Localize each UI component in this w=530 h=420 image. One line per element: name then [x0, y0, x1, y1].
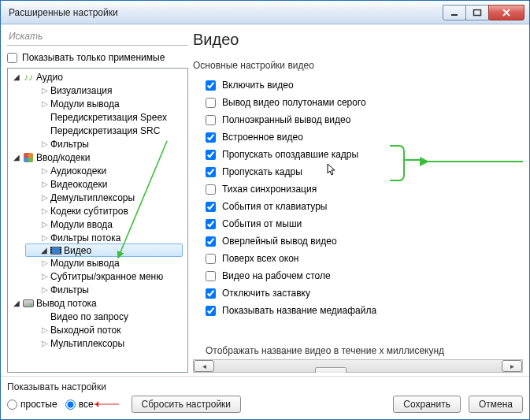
option-row[interactable]: Включить видео: [193, 76, 523, 94]
option-checkbox[interactable]: [206, 202, 216, 212]
show-only-applicable-check[interactable]: [7, 53, 17, 63]
tree-item[interactable]: ▷Модули вывода: [8, 97, 187, 110]
option-checkbox[interactable]: [206, 150, 216, 160]
show-settings-label: Показывать настройки: [7, 381, 241, 392]
tree-item-label: Вывод потока: [36, 298, 97, 309]
expand-icon[interactable]: ▷: [39, 233, 50, 242]
tree-item[interactable]: ▷Фильтры потока: [8, 231, 187, 244]
option-checkbox[interactable]: [206, 132, 216, 143]
option-checkbox[interactable]: [206, 98, 216, 108]
radio-simple[interactable]: простые: [7, 399, 57, 410]
collapse-icon[interactable]: ◢: [11, 153, 22, 162]
tree-item[interactable]: ◢♪♪Аудио: [8, 70, 187, 84]
option-row[interactable]: Пропускать опоздавшие кадры: [193, 146, 523, 163]
tree-item[interactable]: ▷Кодеки субтитров: [8, 204, 187, 217]
option-row[interactable]: Пропускать кадры: [193, 163, 523, 180]
option-checkbox[interactable]: [206, 306, 216, 316]
expand-icon[interactable]: ▷: [39, 258, 50, 267]
option-row[interactable]: Вывод видео полутонами серого: [193, 94, 523, 111]
radio-all-label: все: [79, 399, 94, 410]
option-row[interactable]: Тихая синхронизация: [193, 180, 523, 198]
tree-item[interactable]: ◢Вывод потока: [8, 296, 187, 310]
collapse-icon[interactable]: ◢: [11, 72, 22, 81]
minimize-button[interactable]: [443, 5, 466, 20]
expand-icon[interactable]: ▷: [39, 206, 50, 215]
option-label: События от клавиатуры: [222, 201, 327, 212]
tree-item[interactable]: ◢Видео: [25, 243, 183, 257]
close-button[interactable]: [488, 5, 524, 20]
expand-icon[interactable]: ▷: [39, 180, 50, 188]
expand-icon[interactable]: ▷: [39, 166, 50, 175]
expand-icon[interactable]: ▷: [39, 139, 50, 148]
scroll-thumb[interactable]: [315, 367, 347, 374]
tree-item[interactable]: ▷Фильтры: [8, 137, 187, 151]
option-row[interactable]: Встроенное видео: [193, 128, 523, 146]
expand-icon[interactable]: ▷: [39, 193, 50, 202]
expand-icon[interactable]: ▷: [39, 220, 50, 229]
expand-icon[interactable]: ▷: [39, 339, 50, 348]
save-button[interactable]: Сохранить: [393, 396, 461, 413]
radio-simple-input[interactable]: [7, 400, 17, 410]
tree-item[interactable]: ▷Субтитры/экранное меню: [8, 269, 187, 283]
option-checkbox[interactable]: [206, 288, 216, 299]
option-checkbox[interactable]: [206, 236, 216, 247]
right-pane: Видео Основные настройки видео Включить …: [193, 31, 523, 373]
option-row[interactable]: События от клавиатуры: [193, 198, 523, 215]
show-settings-group: Показывать настройки простые все Сбросит…: [7, 381, 241, 413]
tree-item[interactable]: Передискретизация Speex: [8, 110, 187, 124]
reset-button[interactable]: Сбросить настройки: [132, 396, 241, 413]
tree-item[interactable]: ▷Модули вывода: [8, 256, 187, 269]
maximize-button[interactable]: [465, 5, 489, 20]
tree-item[interactable]: Видео по запросу: [8, 310, 187, 323]
category-tree[interactable]: ◢♪♪Аудио▷Визуализация▷Модули выводаПеред…: [7, 68, 188, 373]
option-checkbox[interactable]: [206, 219, 216, 229]
option-row[interactable]: Отключить заставку: [193, 284, 523, 302]
option-checkbox[interactable]: [206, 80, 216, 91]
tree-item[interactable]: ▷Фильтры: [8, 283, 187, 296]
option-row[interactable]: Поверх всех окон: [193, 250, 523, 267]
option-checkbox[interactable]: [206, 167, 216, 177]
codec-icon: [22, 152, 35, 163]
option-checkbox[interactable]: [206, 271, 216, 281]
scroll-right-button[interactable]: ▸: [502, 360, 522, 372]
tree-item[interactable]: ▷Демультиплексоры: [8, 191, 187, 204]
tree-item[interactable]: ▷Аудиокодеки: [8, 164, 187, 177]
expand-icon[interactable]: ▷: [39, 99, 50, 108]
option-label: Пропускать кадры: [222, 166, 302, 177]
radio-all-input[interactable]: [65, 400, 76, 410]
expand-icon[interactable]: ▷: [39, 285, 50, 294]
option-checkbox[interactable]: [206, 184, 216, 195]
option-row[interactable]: События от мыши: [193, 215, 523, 232]
svg-rect-0: [451, 14, 458, 16]
tree-item[interactable]: ◢Ввод/кодеки: [8, 151, 187, 164]
tree-item-label: Видео: [64, 245, 91, 256]
cancel-button[interactable]: Отмена: [469, 396, 523, 413]
tree-item-label: Модули вывода: [50, 258, 120, 269]
expand-icon[interactable]: ▷: [39, 272, 50, 281]
expand-icon[interactable]: ▷: [39, 86, 50, 95]
tree-item[interactable]: ▷Видеокодеки: [8, 177, 187, 191]
search-input[interactable]: Искать: [7, 31, 188, 46]
collapse-icon[interactable]: ◢: [39, 246, 50, 255]
option-row[interactable]: Оверлейный вывод видео: [193, 232, 523, 250]
collapse-icon[interactable]: ◢: [11, 299, 22, 307]
expand-icon[interactable]: ▷: [39, 325, 50, 334]
option-label: Видео на рабочем столе: [222, 270, 331, 281]
horizontal-scrollbar[interactable]: ◂ ▸: [193, 359, 523, 373]
tree-item[interactable]: ▷Визуализация: [8, 84, 187, 97]
tree-item-label: Аудиокодеки: [50, 165, 106, 177]
radio-all[interactable]: все: [65, 399, 94, 410]
scroll-left-button[interactable]: ◂: [194, 360, 214, 372]
option-checkbox[interactable]: [206, 254, 216, 264]
tree-item[interactable]: ▷Выходной поток: [8, 323, 187, 336]
tree-item[interactable]: Передискретизация SRC: [8, 124, 187, 137]
option-row[interactable]: Показывать название медиафайла: [193, 302, 523, 319]
option-checkbox[interactable]: [206, 115, 216, 125]
tree-item[interactable]: ▷Мультиплексоры: [8, 336, 187, 350]
page-title: Видео: [193, 31, 523, 49]
tree-item[interactable]: ▷Модули ввода: [8, 217, 187, 231]
option-row[interactable]: Видео на рабочем столе: [193, 267, 523, 284]
option-row[interactable]: Полноэкранный вывод видео: [193, 111, 523, 128]
show-only-applicable-checkbox[interactable]: Показывать только применимые: [7, 52, 188, 63]
titlebar[interactable]: Расширенные настройки: [1, 1, 529, 24]
